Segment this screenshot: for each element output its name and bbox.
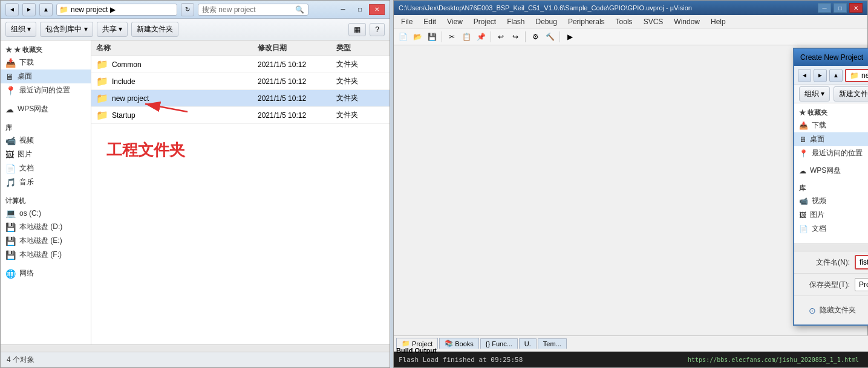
dialog-up-button[interactable]: ▲ — [829, 69, 843, 82]
status-bar: 4 个对象 — [1, 352, 390, 367]
right-minimize-button[interactable]: ─ — [818, 3, 831, 13]
menu-peripherals[interactable]: Peripherals — [563, 16, 610, 27]
dialog-organize-button[interactable]: 组织 ▾ — [799, 86, 830, 102]
tool-cut[interactable]: ✂ — [445, 30, 458, 44]
newproject-type: 文件夹 — [336, 93, 385, 103]
file-row-include[interactable]: 📁 Include 2021/1/5 10:12 文件夹 — [91, 73, 390, 90]
menu-window[interactable]: Window — [669, 16, 705, 27]
filetype-select[interactable]: Project Files (*.uvproj; *.uvprojx) — [855, 278, 868, 291]
sidebar-item-music[interactable]: 🎵 音乐 — [1, 175, 91, 189]
filename-label: 文件名(N): — [801, 257, 850, 268]
right-close-button[interactable]: ✕ — [849, 3, 863, 13]
tool-build[interactable]: ⚙ — [529, 30, 542, 44]
tool-new[interactable]: 📄 — [396, 30, 410, 44]
up-button[interactable]: ▲ — [39, 3, 53, 16]
tool-debug[interactable]: ▶ — [563, 30, 576, 44]
drive-f-icon: 💾 — [5, 250, 16, 260]
sidebar-item-network[interactable]: 🌐 网络 — [1, 266, 91, 280]
forward-button[interactable]: ► — [22, 3, 36, 16]
tool-undo[interactable]: ↩ — [494, 30, 507, 44]
sidebar-item-e[interactable]: 💾 本地磁盘 (E:) — [1, 234, 91, 248]
tool-paste[interactable]: 📌 — [474, 30, 488, 44]
include-name-text: Include — [112, 77, 135, 86]
include-library-button[interactable]: 包含到库中 ▾ — [40, 22, 93, 37]
tool-copy[interactable]: 📋 — [460, 30, 473, 44]
file-row-newproject[interactable]: 📁 new project 2021/1/5 10:12 文件夹 — [91, 90, 390, 107]
sidebar-item-image[interactable]: 🖼 图片 — [1, 147, 91, 161]
menu-debug[interactable]: Debug — [531, 16, 562, 27]
sidebar-item-recent[interactable]: 📍 最近访问的位置 — [1, 83, 91, 97]
dialog-scrollbar[interactable] — [794, 244, 868, 251]
menu-edit[interactable]: Edit — [419, 16, 441, 27]
dialog-forward-button[interactable]: ► — [814, 69, 827, 82]
sidebar-wps-label: WPS网盘 — [18, 104, 48, 114]
sidebar-doc-label: 文档 — [19, 163, 34, 173]
menu-view[interactable]: View — [442, 16, 468, 27]
organize-button[interactable]: 组织 ▾ — [5, 22, 36, 37]
sidebar-item-wps[interactable]: ☁ WPS网盘 — [1, 102, 91, 116]
dialog-sidebar-doc[interactable]: 📄 文档 — [794, 222, 868, 236]
breadcrumb-folder-icon: 📁 — [59, 5, 68, 14]
filetype-label: 保存类型(T): — [801, 280, 850, 290]
dialog-new-folder-button[interactable]: 新建文件夹 — [834, 86, 868, 102]
sidebar-item-d[interactable]: 💾 本地磁盘 (D:) — [1, 220, 91, 234]
newproject-folder-name: 📁 new project — [96, 92, 258, 104]
filename-input[interactable] — [855, 255, 868, 270]
view-button[interactable]: ▦ — [348, 23, 366, 36]
new-folder-button[interactable]: 新建文件夹 — [131, 22, 178, 37]
dialog-sidebar-recent[interactable]: 📍 最近访问的位置 — [794, 146, 868, 160]
network-icon: 🌐 — [5, 269, 16, 279]
sidebar-item-desktop[interactable]: 🖥 桌面 — [1, 69, 91, 83]
tab-tem[interactable]: Tem... — [538, 338, 567, 349]
horizontal-scrollbar[interactable] — [1, 344, 390, 352]
tab-books[interactable]: 📚 Books — [439, 338, 479, 349]
file-row-common[interactable]: 📁 Common 2021/1/5 10:12 文件夹 — [91, 56, 390, 73]
dialog-sidebar-wps[interactable]: ☁ WPS网盘 — [794, 164, 868, 178]
search-input[interactable] — [202, 5, 293, 14]
menu-help[interactable]: Help — [706, 16, 731, 27]
tool-save[interactable]: 💾 — [425, 30, 439, 44]
search-bar: 🔍 — [198, 4, 308, 16]
file-row-startup[interactable]: 📁 Startup 2021/1/5 10:12 文件夹 — [91, 107, 390, 124]
drive-e-icon: 💾 — [5, 236, 16, 246]
tool-sep-3 — [525, 31, 526, 42]
sidebar-item-f[interactable]: 💾 本地磁盘 (F:) — [1, 248, 91, 262]
back-button[interactable]: ◄ — [5, 3, 19, 16]
menu-flash[interactable]: Flash — [502, 16, 529, 27]
sidebar-item-doc[interactable]: 📄 文档 — [1, 161, 91, 175]
left-titlebar: ◄ ► ▲ 📁 new project ▶ ↻ 🔍 ─ □ ✕ — [1, 1, 390, 19]
help-button[interactable]: ? — [370, 23, 385, 36]
tab-func[interactable]: {} Func... — [480, 338, 518, 349]
menu-file[interactable]: File — [396, 16, 417, 27]
sidebar-music-label: 音乐 — [19, 177, 34, 187]
dialog-back-button[interactable]: ◄ — [798, 69, 811, 82]
tool-open[interactable]: 📂 — [411, 30, 424, 44]
menu-tools[interactable]: Tools — [611, 16, 638, 27]
breadcrumb[interactable]: 📁 new project ▶ — [56, 4, 177, 16]
maximize-button[interactable]: □ — [352, 4, 368, 15]
dialog-breadcrumb[interactable]: 📁 new project ▶ new project — [845, 69, 868, 82]
menu-project[interactable]: Project — [469, 16, 501, 27]
minimize-button[interactable]: ─ — [335, 4, 351, 15]
tool-redo[interactable]: ↪ — [509, 30, 522, 44]
tool-rebuild[interactable]: 🔨 — [543, 30, 556, 44]
dialog-sidebar-image[interactable]: 🖼 图片 — [794, 208, 868, 222]
close-button[interactable]: ✕ — [369, 4, 385, 15]
dialog-sidebar-download[interactable]: 📥 下载 — [794, 118, 868, 132]
dialog-image-label: 图片 — [810, 210, 824, 220]
col-type-header: 类型 — [336, 43, 385, 53]
menu-svcs[interactable]: SVCS — [639, 16, 668, 27]
right-toolbar: 📄 📂 💾 ✂ 📋 📌 ↩ ↪ ⚙ 🔨 ▶ — [394, 28, 867, 45]
refresh-button[interactable]: ↻ — [181, 3, 194, 16]
sidebar-item-video[interactable]: 📹 视频 — [1, 134, 91, 147]
share-button[interactable]: 共享 ▾ — [97, 22, 128, 37]
common-type: 文件夹 — [336, 59, 385, 69]
right-maximize-button[interactable]: □ — [834, 3, 847, 13]
dialog-sidebar-desktop[interactable]: 🖥 桌面 — [794, 132, 868, 146]
dialog-sidebar-video[interactable]: 📹 视频 — [794, 194, 868, 208]
sidebar-item-download[interactable]: 📥 下载 — [1, 56, 91, 69]
dialog-wps-icon: ☁ — [799, 167, 806, 175]
sidebar-item-c[interactable]: 💻 os (C:) — [1, 207, 91, 220]
tab-u[interactable]: U. — [519, 338, 537, 349]
right-titlebar: C:\Users\Jex\Desktop\N76E003_BSP_Keil_C5… — [394, 1, 867, 15]
